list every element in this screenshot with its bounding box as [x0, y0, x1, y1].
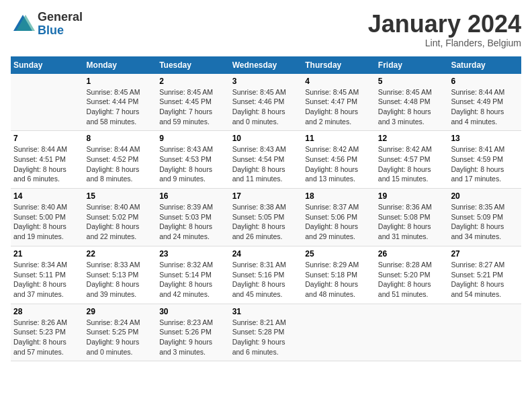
day-info: Sunrise: 8:24 AMSunset: 5:25 PMDaylight:… — [87, 318, 154, 357]
day-number: 10 — [232, 134, 300, 143]
calendar-cell: 1Sunrise: 8:45 AMSunset: 4:44 PMDaylight… — [84, 74, 157, 131]
header-cell-saturday: Saturday — [448, 56, 521, 74]
header-cell-monday: Monday — [84, 56, 157, 74]
calendar-cell: 4Sunrise: 8:45 AMSunset: 4:47 PMDaylight… — [302, 74, 375, 131]
calendar-cell: 17Sunrise: 8:38 AMSunset: 5:05 PMDayligh… — [230, 189, 303, 246]
day-info: Sunrise: 8:28 AMSunset: 5:20 PMDaylight:… — [378, 260, 446, 300]
day-info: Sunrise: 8:36 AMSunset: 5:08 PMDaylight:… — [378, 202, 446, 242]
day-number: 25 — [305, 249, 373, 259]
day-number: 14 — [13, 191, 81, 201]
day-info: Sunrise: 8:45 AMSunset: 4:46 PMDaylight:… — [232, 87, 300, 127]
calendar-cell: 24Sunrise: 8:31 AMSunset: 5:16 PMDayligh… — [230, 246, 303, 304]
month-title: January 2024 — [368, 11, 521, 38]
logo-blue: Blue — [38, 24, 83, 38]
calendar-cell — [302, 304, 375, 361]
week-row-2: 7Sunrise: 8:44 AMSunset: 4:51 PMDaylight… — [11, 131, 521, 189]
calendar-cell: 16Sunrise: 8:39 AMSunset: 5:03 PMDayligh… — [157, 189, 230, 246]
calendar-cell: 13Sunrise: 8:41 AMSunset: 4:59 PMDayligh… — [448, 131, 521, 189]
calendar-cell: 5Sunrise: 8:45 AMSunset: 4:48 PMDaylight… — [375, 74, 449, 131]
calendar-cell: 22Sunrise: 8:33 AMSunset: 5:13 PMDayligh… — [84, 246, 157, 304]
calendar-cell: 9Sunrise: 8:43 AMSunset: 4:53 PMDaylight… — [157, 131, 230, 189]
calendar-cell: 11Sunrise: 8:42 AMSunset: 4:56 PMDayligh… — [302, 131, 375, 189]
day-info: Sunrise: 8:44 AMSunset: 4:49 PMDaylight:… — [451, 87, 519, 127]
day-info: Sunrise: 8:31 AMSunset: 5:16 PMDaylight:… — [232, 260, 300, 300]
day-info: Sunrise: 8:45 AMSunset: 4:48 PMDaylight:… — [378, 87, 446, 127]
calendar-cell: 26Sunrise: 8:28 AMSunset: 5:20 PMDayligh… — [375, 246, 449, 304]
day-info: Sunrise: 8:40 AMSunset: 5:02 PMDaylight:… — [87, 202, 154, 242]
day-number: 24 — [232, 249, 300, 259]
calendar-cell: 12Sunrise: 8:42 AMSunset: 4:57 PMDayligh… — [375, 131, 449, 189]
day-number: 4 — [305, 77, 373, 86]
day-number: 6 — [451, 77, 519, 86]
calendar-cell: 25Sunrise: 8:29 AMSunset: 5:18 PMDayligh… — [302, 246, 375, 304]
title-block: January 2024 Lint, Flanders, Belgium — [368, 11, 521, 48]
day-info: Sunrise: 8:42 AMSunset: 4:57 PMDaylight:… — [378, 144, 446, 184]
header-cell-sunday: Sunday — [11, 56, 84, 74]
day-number: 23 — [159, 249, 227, 259]
header-cell-friday: Friday — [375, 56, 449, 74]
header-row: SundayMondayTuesdayWednesdayThursdayFrid… — [11, 56, 521, 74]
week-row-4: 21Sunrise: 8:34 AMSunset: 5:11 PMDayligh… — [11, 246, 521, 304]
day-number: 3 — [232, 77, 300, 86]
day-number: 13 — [451, 134, 519, 143]
calendar-cell: 7Sunrise: 8:44 AMSunset: 4:51 PMDaylight… — [11, 131, 84, 189]
calendar-cell — [375, 304, 449, 361]
calendar-table: SundayMondayTuesdayWednesdayThursdayFrid… — [11, 56, 521, 362]
day-number: 30 — [159, 307, 227, 316]
calendar-cell: 6Sunrise: 8:44 AMSunset: 4:49 PMDaylight… — [448, 74, 521, 131]
day-info: Sunrise: 8:39 AMSunset: 5:03 PMDaylight:… — [159, 202, 227, 242]
day-number: 26 — [378, 249, 446, 259]
day-info: Sunrise: 8:43 AMSunset: 4:53 PMDaylight:… — [159, 144, 227, 184]
calendar-cell: 29Sunrise: 8:24 AMSunset: 5:25 PMDayligh… — [84, 304, 157, 361]
day-number: 28 — [13, 307, 81, 316]
calendar-cell: 30Sunrise: 8:23 AMSunset: 5:26 PMDayligh… — [157, 304, 230, 361]
day-number: 11 — [305, 134, 373, 143]
page-header: General Blue January 2024 Lint, Flanders… — [11, 11, 521, 48]
day-number: 2 — [159, 77, 227, 86]
day-number: 17 — [232, 191, 300, 201]
day-number: 19 — [378, 191, 446, 201]
day-info: Sunrise: 8:45 AMSunset: 4:47 PMDaylight:… — [305, 87, 373, 127]
day-number: 16 — [159, 191, 227, 201]
logo: General Blue — [11, 11, 83, 38]
day-info: Sunrise: 8:40 AMSunset: 5:00 PMDaylight:… — [13, 202, 81, 242]
day-info: Sunrise: 8:38 AMSunset: 5:05 PMDaylight:… — [232, 202, 300, 242]
calendar-cell — [11, 74, 84, 131]
calendar-cell: 20Sunrise: 8:35 AMSunset: 5:09 PMDayligh… — [448, 189, 521, 246]
calendar-cell — [448, 304, 521, 361]
calendar-cell: 31Sunrise: 8:21 AMSunset: 5:28 PMDayligh… — [230, 304, 303, 361]
logo-icon — [11, 12, 35, 36]
day-info: Sunrise: 8:45 AMSunset: 4:44 PMDaylight:… — [87, 87, 154, 127]
day-number: 31 — [232, 307, 300, 316]
logo-text: General Blue — [38, 11, 83, 38]
day-info: Sunrise: 8:45 AMSunset: 4:45 PMDaylight:… — [159, 87, 227, 127]
day-number: 20 — [451, 191, 519, 201]
calendar-cell: 3Sunrise: 8:45 AMSunset: 4:46 PMDaylight… — [230, 74, 303, 131]
header-cell-thursday: Thursday — [302, 56, 375, 74]
day-number: 12 — [378, 134, 446, 143]
logo-general: General — [38, 11, 83, 24]
calendar-cell: 10Sunrise: 8:43 AMSunset: 4:54 PMDayligh… — [230, 131, 303, 189]
week-row-1: 1Sunrise: 8:45 AMSunset: 4:44 PMDaylight… — [11, 74, 521, 131]
day-number: 29 — [87, 307, 154, 316]
day-number: 9 — [159, 134, 227, 143]
calendar-cell: 14Sunrise: 8:40 AMSunset: 5:00 PMDayligh… — [11, 189, 84, 246]
calendar-cell: 21Sunrise: 8:34 AMSunset: 5:11 PMDayligh… — [11, 246, 84, 304]
header-cell-wednesday: Wednesday — [230, 56, 303, 74]
day-info: Sunrise: 8:27 AMSunset: 5:21 PMDaylight:… — [451, 260, 519, 300]
day-info: Sunrise: 8:44 AMSunset: 4:51 PMDaylight:… — [13, 144, 81, 184]
day-number: 22 — [87, 249, 154, 259]
day-info: Sunrise: 8:44 AMSunset: 4:52 PMDaylight:… — [87, 144, 154, 184]
day-info: Sunrise: 8:37 AMSunset: 5:06 PMDaylight:… — [305, 202, 373, 242]
day-info: Sunrise: 8:43 AMSunset: 4:54 PMDaylight:… — [232, 144, 300, 184]
day-number: 7 — [13, 134, 81, 143]
day-info: Sunrise: 8:35 AMSunset: 5:09 PMDaylight:… — [451, 202, 519, 242]
calendar-cell: 23Sunrise: 8:32 AMSunset: 5:14 PMDayligh… — [157, 246, 230, 304]
calendar-cell: 27Sunrise: 8:27 AMSunset: 5:21 PMDayligh… — [448, 246, 521, 304]
week-row-5: 28Sunrise: 8:26 AMSunset: 5:23 PMDayligh… — [11, 304, 521, 361]
day-info: Sunrise: 8:29 AMSunset: 5:18 PMDaylight:… — [305, 260, 373, 300]
day-number: 1 — [87, 77, 154, 86]
day-info: Sunrise: 8:26 AMSunset: 5:23 PMDaylight:… — [13, 318, 81, 357]
day-info: Sunrise: 8:41 AMSunset: 4:59 PMDaylight:… — [451, 144, 519, 184]
day-info: Sunrise: 8:21 AMSunset: 5:28 PMDaylight:… — [232, 318, 300, 357]
